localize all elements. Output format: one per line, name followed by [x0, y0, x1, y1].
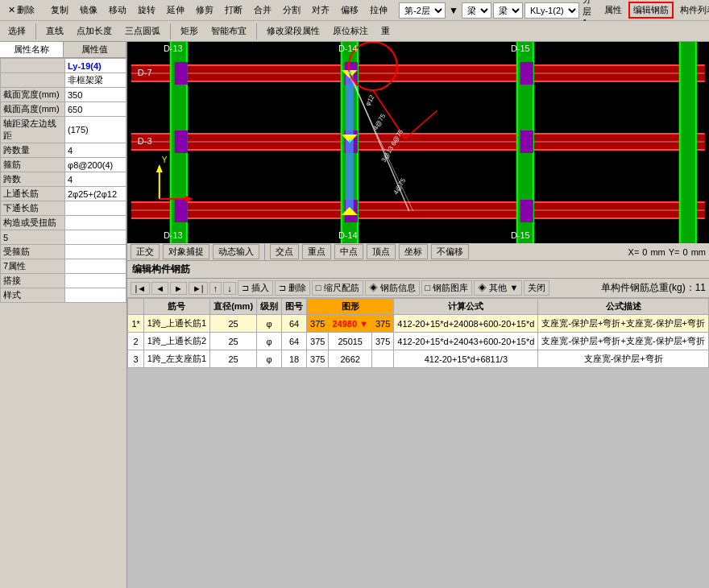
prop-value-13[interactable] [65, 259, 126, 274]
rect-button[interactable]: 矩形 [176, 23, 203, 39]
attr-button[interactable]: 属性 [599, 2, 627, 18]
cad-canvas[interactable]: Y φ12 4@75 3@13 6@75 4@75 D-13 D-14 D-15… [127, 42, 709, 243]
insert-btn[interactable]: ⊐ 插入 [238, 280, 273, 296]
other-btn[interactable]: ◈ 其他 ▼ [474, 280, 522, 296]
merge-button[interactable]: 合并 [249, 2, 276, 18]
component-list-button[interactable]: 构件列表 [675, 2, 709, 18]
row-0-left[interactable]: 375 [307, 315, 329, 333]
delete-button[interactable]: ✕ 删除 [3, 2, 39, 18]
row-2-grade[interactable]: φ [257, 350, 282, 368]
scale-rebar-btn[interactable]: □ 缩尺配筋 [312, 280, 363, 296]
element-type2-select[interactable]: 梁 [493, 2, 523, 19]
rebar-row-0[interactable]: 1* 1跨_上通长筋1 25 φ 64 375 24980 ▼ 375 412- [128, 315, 709, 333]
rebar-table-wrap[interactable]: 筋号 直径(mm) 级别 图号 图形 计算公式 公式描述 1* [127, 298, 709, 437]
prop-value-12[interactable] [65, 245, 126, 259]
point-length-button[interactable]: 点加长度 [72, 23, 117, 39]
nav-first-btn[interactable]: |◄ [131, 282, 150, 295]
prop-value-10[interactable] [65, 216, 126, 230]
row-0-desc[interactable]: 支座宽-保护层+弯折+支座宽-保护层+弯折 [538, 315, 709, 333]
delete-row-btn[interactable]: ⊐ 删除 [275, 280, 310, 296]
rebar-row-1[interactable]: 2 1跨_上通长筋2 25 φ 64 375 25015 375 412-20+… [128, 333, 709, 350]
trim-button[interactable]: 修剪 [191, 2, 218, 18]
midpoint-btn[interactable]: 重点 [302, 244, 331, 259]
prop-value-6[interactable]: φ8@200(4) [65, 158, 126, 172]
prop-value-14[interactable] [65, 274, 126, 288]
prop-value-4[interactable]: (175) [65, 117, 126, 143]
center-btn[interactable]: 中点 [334, 244, 363, 259]
prop-value-8[interactable]: 2φ25+(2φ12 [65, 187, 126, 201]
prop-value-15[interactable] [65, 288, 126, 303]
copy-button[interactable]: 复制 [46, 2, 73, 18]
row-1-desc[interactable]: 支座宽-保护层+弯折+支座宽-保护层+弯折 [538, 333, 709, 350]
rebar-info-btn[interactable]: ◈ 钢筋信息 [365, 280, 420, 296]
snap-btn[interactable]: 对象捕捉 [163, 244, 209, 259]
in-situ-label-button[interactable]: 原位标注 [328, 23, 373, 39]
prop-value-0[interactable]: Ly-19(4) [65, 59, 126, 73]
offset-button[interactable]: 偏移 [336, 2, 363, 18]
move-up-btn[interactable]: ↑ [209, 282, 222, 295]
row-1-right[interactable]: 375 [371, 333, 393, 350]
element-type-select[interactable]: 梁 [462, 2, 491, 19]
row-1-drawnum[interactable]: 64 [282, 333, 307, 350]
dynamic-input-btn[interactable]: 动态输入 [213, 244, 259, 259]
row-2-diam[interactable]: 25 [210, 350, 257, 368]
prop-name-tab[interactable]: 属性名称 [0, 42, 64, 57]
row-0-right[interactable]: 375 [371, 315, 393, 333]
row-0-grade[interactable]: φ [257, 315, 282, 333]
prop-value-2[interactable]: 350 [65, 88, 126, 102]
row-2-formula[interactable]: 412-20+15*d+6811/3 [394, 350, 538, 368]
row-1-grade[interactable]: φ [257, 333, 282, 350]
break-button[interactable]: 打断 [220, 2, 247, 18]
row-1-name[interactable]: 1跨_上通长筋2 [143, 333, 209, 350]
rebar-lib-btn[interactable]: □ 钢筋图库 [421, 280, 473, 296]
arc-button[interactable]: 三点圆弧 [120, 23, 165, 39]
nav-next-btn[interactable]: ► [170, 282, 187, 295]
nav-last-btn[interactable]: ►| [189, 282, 208, 295]
select-button[interactable]: 选择 [3, 23, 31, 39]
row-1-mid[interactable]: 25015 [329, 333, 372, 350]
rebar-row-2[interactable]: 3 1跨_左支座筋1 25 φ 18 375 2662 412-20+15*d+… [128, 350, 709, 368]
no-offset-btn[interactable]: 不偏移 [431, 244, 469, 259]
row-2-name[interactable]: 1跨_左支座筋1 [143, 350, 209, 368]
row-1-diam[interactable]: 25 [210, 333, 257, 350]
row-0-mid[interactable]: 24980 ▼ [329, 315, 372, 333]
row-0-diam[interactable]: 25 [210, 315, 257, 333]
coord-btn[interactable]: 坐标 [399, 244, 428, 259]
row-2-desc[interactable]: 支座宽-保护层+弯折 [538, 350, 709, 368]
extend-button[interactable]: 延伸 [162, 2, 189, 18]
vertex-btn[interactable]: 顶点 [367, 244, 396, 259]
move-down-btn[interactable]: ↓ [223, 282, 236, 295]
smart-layout-button[interactable]: 智能布宜 [206, 23, 251, 39]
prop-value-7[interactable]: 4 [65, 172, 126, 187]
move-button[interactable]: 移动 [104, 2, 131, 18]
modify-segment-button[interactable]: 修改梁段属性 [262, 23, 325, 39]
row-1-left[interactable]: 375 [307, 333, 329, 350]
row-0-drawnum[interactable]: 64 [282, 315, 307, 333]
prop-value-11[interactable] [65, 230, 126, 245]
line-button[interactable]: 直线 [41, 23, 68, 39]
row-1-formula[interactable]: 412-20+15*d+24043+600-20+15*d [394, 333, 538, 350]
prop-value-5[interactable]: 4 [65, 143, 126, 158]
stretch-button[interactable]: 拉伸 [365, 2, 392, 18]
heavy-button[interactable]: 重 [376, 23, 395, 39]
mirror-button[interactable]: 镜像 [75, 2, 102, 18]
align-button[interactable]: 对齐 [307, 2, 334, 18]
split-button[interactable]: 分割 [278, 2, 305, 18]
close-btn[interactable]: 关闭 [524, 280, 549, 296]
row-0-name[interactable]: 1跨_上通长筋1 [143, 315, 209, 333]
row-0-formula[interactable]: 412-20+15*d+24008+600-20+15*d [394, 315, 538, 333]
row-2-mid[interactable]: 2662 [329, 350, 372, 368]
row-2-drawnum[interactable]: 18 [282, 350, 307, 368]
layer-select[interactable]: 第-2层 [399, 2, 446, 19]
prop-value-1[interactable]: 非框架梁 [65, 73, 126, 88]
rotate-button[interactable]: 旋转 [133, 2, 160, 18]
edit-rebar-button[interactable]: 编辑钢筋 [628, 2, 674, 19]
prop-value-3[interactable]: 650 [65, 102, 126, 117]
prop-value-tab[interactable]: 属性值 [64, 42, 127, 57]
row-2-right[interactable] [371, 350, 393, 368]
intersection-btn[interactable]: 交点 [270, 244, 299, 259]
row-2-left[interactable]: 375 [307, 350, 329, 368]
prop-value-9[interactable] [65, 201, 126, 216]
ky-select[interactable]: KLy-1(2) [524, 2, 579, 19]
orthogonal-btn[interactable]: 正交 [131, 244, 160, 259]
